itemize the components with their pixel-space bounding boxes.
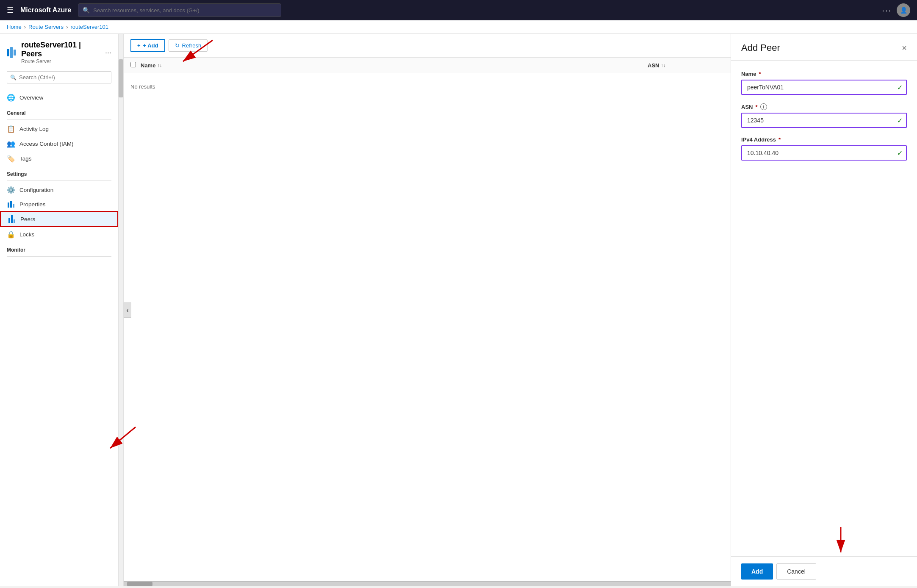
sidebar-item-label: Activity Log [19,126,49,132]
sidebar-item-label: Tags [19,155,32,162]
tags-icon: 🏷️ [7,155,15,163]
side-panel-body: Name * ✓ ASN * i ✓ [731,61,917,556]
add-icon: + [137,42,141,49]
sidebar-item-properties[interactable]: Properties [0,197,118,211]
asn-check-icon: ✓ [897,116,903,125]
sidebar-nav: 🌐 Overview General 📋 Activity Log 👥 Acce… [0,90,118,257]
content-table: Name ↑↓ ASN ↑↓ No results [124,58,731,586]
breadcrumb: Home › Route Servers › routeServer101 [0,20,917,34]
cancel-button[interactable]: Cancel [776,563,816,580]
no-results-message: No results [124,73,731,100]
breadcrumb-sep2: › [66,24,68,30]
sidebar-search-icon: 🔍 [10,75,17,80]
add-button[interactable]: + + Add [130,39,165,52]
h-scroll-thumb [127,582,152,586]
resource-more-icon[interactable]: ··· [105,48,111,57]
side-panel-footer: Add Cancel [731,556,917,586]
scroll-left-icon: ‹ [127,307,129,313]
ipv4-check-icon: ✓ [897,149,903,157]
sidebar-item-label: Locks [19,231,34,238]
refresh-icon: ↻ [175,42,180,49]
sort-name-icon[interactable]: ↑↓ [157,63,162,68]
asn-input[interactable] [741,113,907,128]
refresh-button[interactable]: ↻ Refresh [169,39,208,52]
peers-icon [8,215,16,223]
horizontal-scrollbar[interactable] [124,581,731,586]
breadcrumb-current[interactable]: routeServer101 [70,24,108,30]
avatar[interactable]: 👤 [897,3,910,17]
section-monitor: Monitor [0,242,118,255]
sidebar-item-label: Peers [20,216,35,222]
sidebar-item-label: Access Control (IAM) [19,141,74,147]
sidebar-item-peers[interactable]: Peers [0,211,118,227]
asn-required: * [755,104,757,110]
form-group-ipv4: IPv4 Address * ✓ [741,136,907,161]
resource-name: routeServer101 | Peers [21,41,100,58]
sidebar-search-container: 🔍 [7,71,111,83]
sidebar-item-locks[interactable]: 🔒 Locks [0,227,118,242]
divider-monitor [7,256,111,257]
search-input[interactable] [93,7,277,14]
ipv4-label: IPv4 Address * [741,136,907,143]
menu-icon[interactable]: ☰ [7,6,14,15]
content-area: + + Add ↻ Refresh Name ↑↓ ASN ↑↓ [124,34,731,586]
brand-name: Microsoft Azure [20,6,71,14]
name-input[interactable] [741,80,907,95]
close-button[interactable]: × [902,43,907,53]
sidebar-item-tags[interactable]: 🏷️ Tags [0,151,118,166]
nav-right: ··· 👤 [882,3,910,17]
section-settings: Settings [0,166,118,179]
sidebar-item-activity-log[interactable]: 📋 Activity Log [0,122,118,136]
divider-general [7,119,111,120]
refresh-label: Refresh [182,42,202,49]
access-control-icon: 👥 [7,140,15,148]
top-navigation: ☰ Microsoft Azure 🔍 ··· 👤 [0,0,917,20]
locks-icon: 🔒 [7,230,15,239]
form-group-asn: ASN * i ✓ [741,103,907,128]
sidebar-item-configuration[interactable]: ⚙️ Configuration [0,183,118,197]
name-required: * [759,71,761,77]
sidebar-scrollbar[interactable] [119,34,124,586]
main-layout: routeServer101 | Peers Route Server ··· … [0,34,917,586]
asn-info-icon[interactable]: i [760,103,767,110]
breadcrumb-home[interactable]: Home [7,24,22,30]
sidebar: routeServer101 | Peers Route Server ··· … [0,34,119,586]
section-general: General [0,105,118,118]
sidebar-item-label: Configuration [19,187,53,193]
column-asn: ASN ↑↓ [648,62,724,69]
overview-icon: 🌐 [7,94,15,102]
sidebar-search-wrap: 🔍 [0,71,118,90]
ipv4-input-wrap: ✓ [741,145,907,161]
sidebar-item-overview[interactable]: 🌐 Overview [0,90,118,105]
select-all-checkbox[interactable] [130,62,136,67]
column-asn-label: ASN [648,62,659,69]
scroll-left-button[interactable]: ‹ [124,302,131,318]
ipv4-label-text: IPv4 Address [741,136,776,143]
sidebar-search-input[interactable] [7,71,111,83]
sidebar-item-label-overview: Overview [19,94,43,101]
column-name-label: Name [141,62,155,69]
asn-label: ASN * i [741,103,907,110]
sort-asn-icon[interactable]: ↑↓ [661,63,665,68]
breadcrumb-sep1: › [24,24,26,30]
breadcrumb-route-servers[interactable]: Route Servers [28,24,64,30]
ipv4-input[interactable] [741,145,907,161]
global-search[interactable]: 🔍 [78,3,281,17]
sidebar-item-access-control[interactable]: 👥 Access Control (IAM) [0,136,118,151]
divider-settings [7,180,111,181]
table-header: Name ↑↓ ASN ↑↓ [124,58,731,73]
resource-type: Route Server [21,58,100,64]
submit-add-button[interactable]: Add [741,563,773,580]
ipv4-required: * [778,136,781,143]
table-checkbox-header[interactable] [130,62,141,69]
more-options-icon[interactable]: ··· [882,6,892,15]
sidebar-item-label: Properties [19,201,46,208]
content-toolbar: + + Add ↻ Refresh [124,34,731,58]
form-group-name: Name * ✓ [741,71,907,95]
resource-title: routeServer101 | Peers Route Server [21,41,100,64]
name-label-text: Name [741,71,756,77]
add-label: + Add [143,42,158,49]
side-panel-title: Add Peer [741,42,780,53]
resource-header: routeServer101 | Peers Route Server ··· [0,41,118,71]
properties-icon [7,201,15,208]
